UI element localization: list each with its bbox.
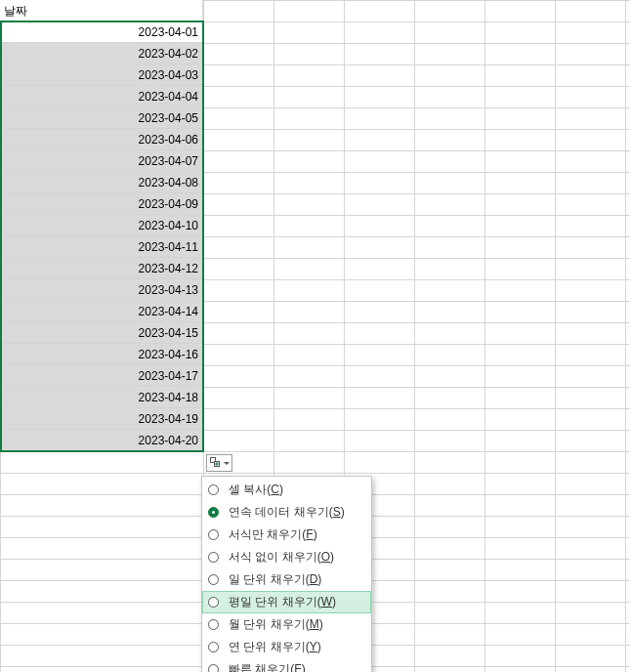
radio-icon [208, 619, 219, 630]
menu-item-accelerator: W [321, 595, 332, 609]
date-cell[interactable]: 2023-04-01 [0, 21, 203, 43]
menu-item-label: 서식 없이 채우기(O) [229, 549, 361, 566]
date-cell[interactable]: 2023-04-09 [0, 193, 203, 215]
date-cell[interactable]: 2023-04-18 [0, 387, 203, 408]
menu-item-accelerator: M [310, 617, 319, 631]
menu-item-label: 월 단위 채우기(M) [229, 616, 361, 633]
menu-item-accelerator: O [321, 550, 330, 564]
menu-item-0[interactable]: 셀 복사(C) [202, 479, 371, 501]
menu-item-6[interactable]: 월 단위 채우기(M) [202, 613, 371, 636]
menu-item-1[interactable]: 연속 데이터 채우기(S) [202, 501, 371, 524]
menu-item-7[interactable]: 연 단위 채우기(Y) [202, 636, 371, 658]
menu-item-accelerator: F [294, 662, 301, 672]
menu-item-label: 연속 데이터 채우기(S) [229, 504, 361, 521]
date-cell[interactable]: 2023-04-17 [0, 365, 203, 387]
date-cell[interactable]: 2023-04-07 [0, 150, 203, 172]
date-cell[interactable]: 2023-04-16 [0, 344, 203, 365]
menu-item-accelerator: Y [310, 640, 317, 653]
menu-item-label: 빠른 채우기(F) [229, 661, 361, 672]
radio-icon [208, 552, 219, 563]
column-a: 날짜 2023-04-012023-04-022023-04-032023-04… [0, 0, 203, 451]
date-cell[interactable]: 2023-04-13 [0, 279, 203, 301]
chevron-down-icon [224, 462, 230, 465]
spreadsheet-grid[interactable]: 날짜 2023-04-012023-04-022023-04-032023-04… [0, 0, 630, 672]
header-cell[interactable]: 날짜 [0, 0, 203, 21]
date-cell[interactable]: 2023-04-11 [0, 236, 203, 258]
menu-item-label: 연 단위 채우기(Y) [229, 639, 361, 655]
date-cell[interactable]: 2023-04-08 [0, 172, 203, 193]
radio-icon [208, 484, 219, 495]
menu-item-2[interactable]: 서식만 채우기(F) [202, 524, 371, 546]
date-cell[interactable]: 2023-04-02 [0, 43, 203, 64]
menu-item-label: 일 단위 채우기(D) [229, 571, 361, 588]
menu-item-4[interactable]: 일 단위 채우기(D) [202, 568, 371, 591]
date-cell[interactable]: 2023-04-19 [0, 408, 203, 430]
date-cell[interactable]: 2023-04-14 [0, 301, 203, 322]
radio-icon [208, 642, 219, 652]
autofill-options-button[interactable] [206, 454, 232, 472]
menu-item-label: 평일 단위 채우기(W) [229, 594, 361, 610]
date-cell[interactable]: 2023-04-10 [0, 215, 203, 236]
menu-item-accelerator: C [271, 483, 279, 496]
menu-item-5[interactable]: 평일 단위 채우기(W) [202, 591, 371, 613]
date-cell[interactable]: 2023-04-05 [0, 107, 203, 129]
radio-icon [208, 597, 219, 608]
date-cell[interactable]: 2023-04-04 [0, 86, 203, 107]
date-cell[interactable]: 2023-04-20 [0, 430, 203, 451]
radio-icon [208, 664, 219, 672]
radio-icon [208, 529, 219, 540]
menu-item-3[interactable]: 서식 없이 채우기(O) [202, 546, 371, 568]
radio-icon [208, 574, 219, 585]
radio-icon [208, 507, 219, 518]
menu-item-label: 셀 복사(C) [229, 482, 361, 498]
autofill-options-menu: 셀 복사(C)연속 데이터 채우기(S)서식만 채우기(F)서식 없이 채우기(… [201, 476, 372, 672]
menu-item-accelerator: S [333, 505, 341, 519]
menu-item-label: 서식만 채우기(F) [229, 526, 361, 543]
date-cell[interactable]: 2023-04-15 [0, 322, 203, 344]
menu-item-8[interactable]: 빠른 채우기(F) [202, 658, 371, 672]
date-cell[interactable]: 2023-04-12 [0, 258, 203, 279]
date-cell[interactable]: 2023-04-06 [0, 129, 203, 150]
menu-item-accelerator: D [310, 572, 318, 586]
date-cell[interactable]: 2023-04-03 [0, 64, 203, 86]
autofill-icon [210, 457, 222, 469]
menu-item-accelerator: F [306, 527, 313, 541]
